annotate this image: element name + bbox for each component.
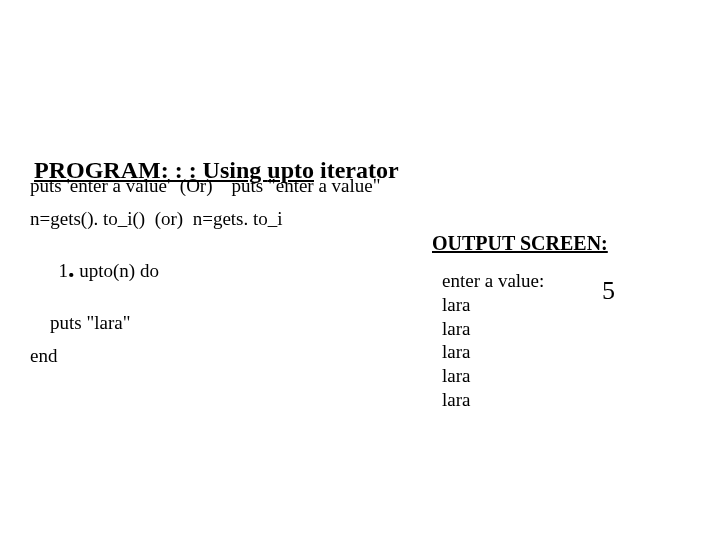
output-body: enter a value: 5 lara lara lara lara lar… (432, 269, 608, 412)
output-block: OUTPUT SCREEN: enter a value: 5 lara lar… (432, 232, 608, 412)
code-line-3-pre: 1 (59, 260, 69, 281)
output-line: lara (442, 364, 608, 388)
code-line-2: n=gets(). to_i() (or) n=gets. to_i (30, 209, 381, 228)
code-line-1: puts 'enter a value' (Or) puts "enter a … (30, 176, 381, 195)
slide: PROGRAM: : : Using upto iterator puts 'e… (0, 0, 720, 540)
output-line: lara (442, 293, 608, 317)
output-prompt: enter a value: (442, 269, 608, 293)
code-line-4: puts "lara" (30, 313, 381, 332)
output-input: 5 (602, 275, 615, 308)
code-line-3-post: upto(n) do (75, 260, 159, 281)
output-line: lara (442, 317, 608, 341)
output-line: lara (442, 388, 608, 412)
code-line-3: 1. upto(n) do (30, 242, 381, 299)
code-line-5: end (30, 346, 381, 365)
output-line: lara (442, 340, 608, 364)
output-title: OUTPUT SCREEN: (432, 232, 608, 255)
code-block: puts 'enter a value' (Or) puts "enter a … (30, 176, 381, 379)
